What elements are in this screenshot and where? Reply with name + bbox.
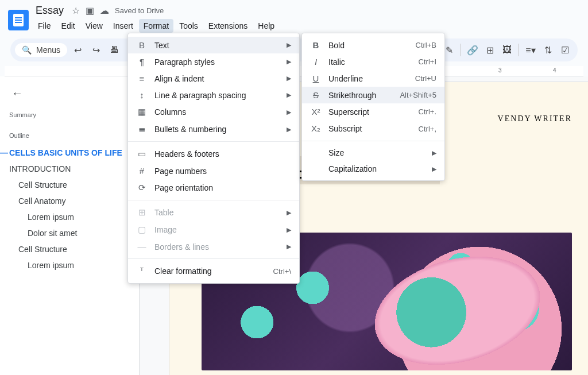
menu-tools[interactable]: Tools [175,19,203,33]
align-indent-icon: ≡ [136,74,148,83]
menu-separator [302,141,444,141]
underline-icon: U [310,74,322,83]
format-item-headers-footers[interactable]: ▭Headers & footers [128,145,299,163]
outline-item[interactable]: Cell Anatomy [9,193,125,209]
format-item-bullets-numbering[interactable]: ≣Bullets & numbering▶ [128,121,299,138]
italic-icon: I [310,57,322,67]
submenu-arrow-icon: ▶ [287,226,291,234]
ruler-mark: 3 [498,67,502,74]
move-icon[interactable]: ▣ [86,5,94,16]
clear-formatting-icon: ᵀ [136,266,148,276]
menu-insert[interactable]: Insert [109,19,138,33]
menu-file[interactable]: File [33,19,56,33]
submenu-arrow-icon: ▶ [287,243,291,250]
menu-item-label: Underline [328,74,408,83]
outline-list: CELLS BASIC UNITS OF LIFE INTRODUCTION C… [9,145,125,273]
line-spacing-button[interactable]: ⇅ [540,42,556,58]
format-item-borders-lines: —Borders & lines▶ [128,238,299,255]
format-item-align-indent[interactable]: ≡Align & indent▶ [128,70,299,87]
insert-image-button[interactable]: 🖼 [499,42,515,58]
outline-item[interactable]: Cell Structure [9,177,125,193]
text-item-underline[interactable]: UUnderlineCtrl+U [302,70,444,87]
search-menus-chip[interactable]: 🔍 Menus [15,43,67,57]
menu-item-label: Text [154,41,280,50]
format-item-columns[interactable]: ▦Columns▶ [128,103,299,121]
text-icon: B [136,40,148,50]
menu-item-label: Borders & lines [154,242,280,252]
docs-logo[interactable] [8,10,29,30]
print-button[interactable]: 🖶 [106,42,122,58]
submenu-arrow-icon: ▶ [287,58,291,65]
subscript-icon: X₂ [310,123,322,134]
text-item-subscript[interactable]: X₂SubscriptCtrl+, [302,120,444,137]
bold-icon: B [310,40,322,50]
menu-item-label: Line & paragraph spacing [154,91,280,100]
menu-help[interactable]: Help [253,19,279,33]
text-item-strikethrough[interactable]: SStrikethroughAlt+Shift+5 [302,87,444,103]
submenu-arrow-icon: ▶ [287,209,291,217]
outline-sidebar: ← Summary Outline CELLS BASIC UNITS OF L… [0,76,129,375]
add-comment-button[interactable]: ⊞ [482,42,498,58]
text-item-italic[interactable]: IItalicCtrl+I [302,53,444,70]
star-icon[interactable]: ☆ [72,5,80,16]
format-item-image: ▢Image▶ [128,221,299,238]
text-item-size[interactable]: Size▶ [302,145,444,161]
divider [461,44,461,56]
format-item-text[interactable]: BText▶ [128,37,299,53]
outline-item[interactable]: CELLS BASIC UNITS OF LIFE [9,145,125,161]
format-item-paragraph-styles[interactable]: ¶Paragraph styles▶ [128,53,299,70]
submenu-arrow-icon: ▶ [432,149,436,157]
save-status: Saved to Drive [115,6,164,15]
menu-extensions[interactable]: Extensions [204,19,252,33]
checklist-button[interactable]: ☑ [557,42,573,58]
headers-footers-icon: ▭ [136,149,148,159]
menu-item-shortcut: Ctrl+, [419,125,436,133]
bullets-numbering-icon: ≣ [136,124,148,134]
menu-item-shortcut: Ctrl+U [415,74,436,83]
outline-label: Outline [9,129,125,145]
cloud-icon[interactable]: ☁ [100,5,109,16]
menu-item-label: Subscript [328,124,412,133]
text-item-capitalization[interactable]: Capitalization▶ [302,161,444,177]
format-item-line-paragraph-spacing[interactable]: ↕Line & paragraph spacing▶ [128,87,299,103]
outline-item[interactable]: Cell Structure [9,241,125,257]
undo-button[interactable]: ↩ [69,42,86,58]
text-item-superscript[interactable]: X²SuperscriptCtrl+. [302,103,444,120]
text-submenu: BBoldCtrl+BIItalicCtrl+IUUnderlineCtrl+U… [301,33,445,181]
menu-item-label: Size [328,148,425,157]
menu-item-label: Image [154,225,280,234]
menu-format[interactable]: Format [139,19,173,33]
format-item-page-numbers[interactable]: #Page numbers [128,163,299,179]
format-item-page-orientation[interactable]: ⟳Page orientation [128,179,299,196]
superscript-icon: X² [310,107,322,117]
align-button[interactable]: ≡▾ [523,42,539,58]
search-chip-label: Menus [36,45,60,55]
menu-item-label: Italic [328,57,412,67]
menu-item-label: Columns [154,107,280,117]
menu-edit[interactable]: Edit [57,19,80,33]
insert-link-button[interactable]: 🔗 [465,42,481,58]
search-icon: 🔍 [22,45,32,55]
borders-lines-icon: — [136,242,148,252]
outline-item[interactable]: Lorem ipsum [9,209,125,225]
outline-item[interactable]: Lorem ipsum [9,257,125,273]
menu-item-label: Page numbers [154,167,291,176]
menu-item-label: Capitalization [328,164,425,173]
columns-icon: ▦ [136,107,148,117]
back-arrow-icon[interactable]: ← [9,83,125,108]
submenu-arrow-icon: ▶ [287,91,291,99]
text-item-bold[interactable]: BBoldCtrl+B [302,37,444,53]
menu-item-label: Bullets & numbering [154,125,280,134]
outline-item[interactable]: Dolor sit amet [9,225,125,241]
divider [519,44,519,56]
document-title[interactable]: Essay [33,5,66,17]
page-orientation-icon: ⟳ [136,183,148,193]
outline-item[interactable]: INTRODUCTION [9,161,125,177]
format-item-clear-formatting[interactable]: ᵀClear formattingCtrl+\ [128,262,299,280]
submenu-arrow-icon: ▶ [287,75,291,82]
menu-item-shortcut: Ctrl+. [419,107,436,116]
menu-view[interactable]: View [81,19,107,33]
redo-button[interactable]: ↪ [88,42,104,58]
format-dropdown: BText▶¶Paragraph styles▶≡Align & indent▶… [127,33,300,284]
menu-item-label: Strikethrough [328,91,393,100]
